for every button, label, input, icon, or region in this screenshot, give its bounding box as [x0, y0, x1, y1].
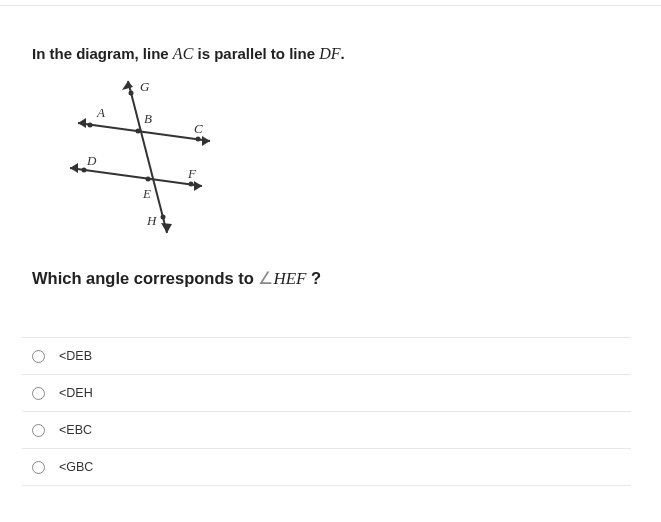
svg-point-10: [189, 182, 194, 187]
intro-ac: AC: [173, 45, 193, 62]
question-intro: In the diagram, line AC is parallel to l…: [32, 45, 631, 63]
option-row[interactable]: <GBC: [22, 448, 631, 486]
question-prompt: Which angle corresponds to ∠HEF ?: [32, 268, 631, 289]
svg-marker-2: [202, 136, 210, 146]
svg-point-15: [129, 91, 134, 96]
question-block: In the diagram, line AC is parallel to l…: [0, 0, 661, 496]
svg-marker-7: [70, 163, 78, 173]
intro-suffix: .: [341, 45, 345, 62]
svg-point-11: [146, 177, 151, 182]
prompt-prefix: Which angle corresponds to: [32, 269, 258, 287]
svg-marker-13: [122, 81, 133, 90]
angle-symbol: ∠: [258, 269, 273, 288]
prompt-hef: HEF: [273, 269, 306, 288]
option-row[interactable]: <EBC: [22, 411, 631, 448]
svg-line-6: [70, 168, 202, 186]
svg-point-16: [161, 215, 166, 220]
intro-df: DF: [319, 45, 340, 62]
label-h: H: [146, 213, 157, 228]
svg-marker-14: [161, 223, 172, 233]
intro-prefix: In the diagram, line: [32, 45, 173, 62]
intro-mid: is parallel to line: [193, 45, 319, 62]
option-row[interactable]: <DEH: [22, 374, 631, 411]
radio-icon[interactable]: [32, 461, 45, 474]
label-c: C: [194, 121, 203, 136]
svg-marker-1: [78, 118, 86, 128]
svg-point-4: [196, 137, 201, 142]
svg-point-9: [82, 168, 87, 173]
radio-icon[interactable]: [32, 350, 45, 363]
geometry-diagram: A B C D E F G H: [50, 73, 230, 248]
option-label: <GBC: [59, 460, 93, 474]
label-e: E: [142, 186, 151, 201]
label-a: A: [96, 105, 105, 120]
answer-options: <DEB <DEH <EBC <GBC: [22, 337, 631, 486]
svg-point-3: [88, 123, 93, 128]
label-g: G: [140, 79, 150, 94]
prompt-suffix: ?: [307, 269, 322, 287]
svg-marker-8: [194, 181, 202, 191]
option-label: <EBC: [59, 423, 92, 437]
option-label: <DEH: [59, 386, 93, 400]
radio-icon[interactable]: [32, 424, 45, 437]
label-b: B: [144, 111, 152, 126]
svg-line-12: [128, 81, 167, 233]
label-d: D: [86, 153, 97, 168]
option-label: <DEB: [59, 349, 92, 363]
label-f: F: [187, 166, 197, 181]
radio-icon[interactable]: [32, 387, 45, 400]
option-row[interactable]: <DEB: [22, 337, 631, 374]
